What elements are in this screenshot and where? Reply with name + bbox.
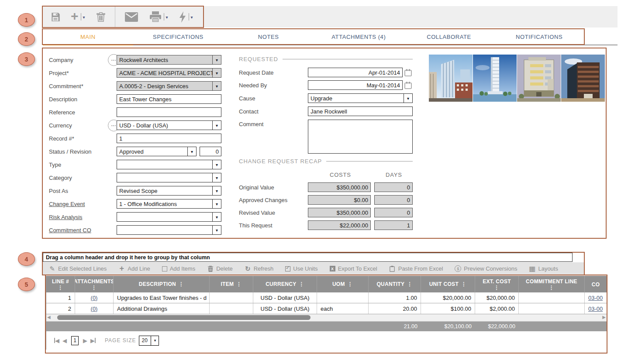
post-as-select[interactable]: Revised Scope <box>117 186 221 196</box>
column-menu-icon[interactable] <box>407 281 412 287</box>
needed-by-field[interactable]: May-01-2014 <box>308 80 403 90</box>
workflow-button[interactable] <box>179 11 186 23</box>
column-menu-icon[interactable] <box>549 285 554 291</box>
revision-field[interactable]: 0 <box>200 147 221 156</box>
reference-field[interactable] <box>117 107 221 117</box>
dropdown-caret-icon[interactable] <box>212 69 221 77</box>
previous-page-button[interactable] <box>62 337 67 344</box>
column-menu-icon[interactable] <box>236 281 242 287</box>
building-photo-1[interactable] <box>429 55 473 102</box>
cost-code-link[interactable]: 03-00 <box>588 306 603 312</box>
dropdown-caret-icon[interactable] <box>212 213 221 221</box>
last-page-button[interactable] <box>90 337 96 344</box>
group-by-drop-zone[interactable]: Drag a column header and drop it here to… <box>43 253 573 262</box>
add-button[interactable]: + <box>71 11 79 23</box>
dropdown-caret-icon[interactable] <box>404 94 412 103</box>
dropdown-caret-icon[interactable] <box>151 336 159 345</box>
commitment-co-link[interactable]: Commitment CO <box>49 227 91 234</box>
risk-analysis-link[interactable]: Risk Analysis <box>49 214 83 220</box>
table-row-2[interactable]: 2 (0) Additional Drawings USD - Dollar (… <box>46 303 607 314</box>
dropdown-caret-icon[interactable] <box>187 147 196 156</box>
use-units-toggle[interactable]: Use Units <box>285 265 317 272</box>
attachments-link[interactable]: (0) <box>91 295 98 301</box>
column-menu-icon[interactable] <box>179 281 184 287</box>
refresh-button[interactable]: Refresh <box>245 265 274 272</box>
column-header-unit-cost[interactable]: UNIT COST <box>421 276 475 292</box>
add-dropdown-button[interactable] <box>81 13 85 21</box>
comment-field[interactable] <box>308 120 413 154</box>
add-line-button[interactable]: Add Line <box>118 265 150 272</box>
table-row-1[interactable]: 1 (0) Upgrades to East Tower finishes - … <box>46 292 607 303</box>
column-menu-icon[interactable] <box>348 281 353 287</box>
print-button[interactable] <box>149 11 162 23</box>
risk-analysis-select[interactable] <box>117 212 221 222</box>
cost-code-link[interactable]: 03-00 <box>588 295 603 301</box>
tab-attachments[interactable]: ATTACHMENTS (4) <box>314 29 404 45</box>
description-field[interactable]: East Tower Changes <box>117 94 221 104</box>
export-to-excel-button[interactable]: Export To Excel <box>330 265 377 272</box>
next-page-button[interactable] <box>83 337 87 344</box>
save-button[interactable] <box>50 11 61 23</box>
dropdown-caret-icon[interactable] <box>212 186 221 195</box>
project-select[interactable]: ACME - ACME HOSPITAL PROJECT <box>117 68 221 78</box>
column-header-description[interactable]: DESCRIPTION <box>114 276 210 292</box>
paste-from-excel-button[interactable]: Paste From Excel <box>389 265 443 272</box>
attachments-link[interactable]: (0) <box>91 306 98 312</box>
dropdown-caret-icon[interactable] <box>212 173 221 182</box>
delete-lines-button[interactable]: Delete <box>207 265 233 272</box>
preview-conversions-button[interactable]: Preview Conversions <box>455 265 517 272</box>
tab-specifications[interactable]: SPECIFICATIONS <box>133 29 224 45</box>
column-header-uom[interactable]: UOM <box>317 276 369 292</box>
dropdown-caret-icon[interactable] <box>212 82 221 90</box>
column-header-attachments[interactable]: ATTACHMENTS <box>75 276 114 292</box>
add-items-button[interactable]: Add Items <box>162 265 196 272</box>
cause-select[interactable]: Upgrade <box>308 93 413 103</box>
column-menu-icon[interactable] <box>58 285 63 291</box>
column-header-currency[interactable]: CURRENCY <box>253 276 317 292</box>
tab-collaborate[interactable]: COLLABORATE <box>404 29 494 45</box>
column-menu-icon[interactable] <box>299 281 304 287</box>
column-header-commitment-line[interactable]: COMMITMENT LINE <box>519 276 585 292</box>
print-dropdown-button[interactable] <box>164 13 168 21</box>
dropdown-caret-icon[interactable] <box>212 199 221 208</box>
status-select[interactable]: Approved <box>117 147 197 156</box>
company-select[interactable]: Rockwell Architects <box>117 55 221 65</box>
currency-select[interactable]: USD - Dollar (USA) <box>117 120 221 130</box>
dropdown-caret-icon[interactable] <box>212 55 221 64</box>
scroll-right-icon[interactable] <box>602 315 606 319</box>
building-photo-4[interactable] <box>561 55 605 102</box>
email-button[interactable] <box>125 12 138 22</box>
type-select[interactable] <box>117 160 221 169</box>
category-select[interactable] <box>117 173 221 182</box>
tab-notifications[interactable]: NOTIFICATIONS <box>494 29 584 45</box>
page-size-select[interactable]: 20 <box>139 336 159 346</box>
commitment-select[interactable]: A.0005-2 - Design Services <box>117 81 221 91</box>
column-header-ext-cost[interactable]: EXT. COST <box>475 276 519 292</box>
tab-main[interactable]: MAIN <box>43 29 133 45</box>
change-event-select[interactable]: 1 - Office Modifications <box>117 199 221 209</box>
layouts-button[interactable]: Layouts <box>529 265 558 272</box>
tab-notes[interactable]: NOTES <box>223 29 314 45</box>
dropdown-caret-icon[interactable] <box>212 160 221 169</box>
request-date-field[interactable]: Apr-01-2014 <box>308 68 403 77</box>
column-menu-icon[interactable] <box>494 285 499 291</box>
column-menu-icon[interactable] <box>91 285 97 291</box>
dropdown-caret-icon[interactable] <box>212 121 221 130</box>
calendar-icon[interactable] <box>404 69 412 76</box>
commitment-co-select[interactable] <box>117 225 221 235</box>
scrollbar-thumb[interactable] <box>57 315 310 320</box>
workflow-dropdown-button[interactable] <box>189 13 193 21</box>
change-event-link[interactable]: Change Event <box>49 201 85 207</box>
current-page-indicator[interactable]: 1 <box>71 336 79 345</box>
dropdown-caret-icon[interactable] <box>212 226 221 234</box>
column-header-quantity[interactable]: QUANTITY <box>369 276 421 292</box>
horizontal-scrollbar[interactable] <box>46 314 607 322</box>
building-photo-2[interactable] <box>473 55 517 102</box>
record-field[interactable]: 1 <box>117 134 221 143</box>
column-header-item[interactable]: ITEM <box>210 276 253 292</box>
column-menu-icon[interactable] <box>461 281 466 287</box>
column-header-co[interactable]: CO <box>585 276 607 292</box>
building-photo-3[interactable] <box>517 55 561 102</box>
scroll-left-icon[interactable] <box>47 315 51 319</box>
column-header-line[interactable]: LINE # <box>46 276 75 292</box>
